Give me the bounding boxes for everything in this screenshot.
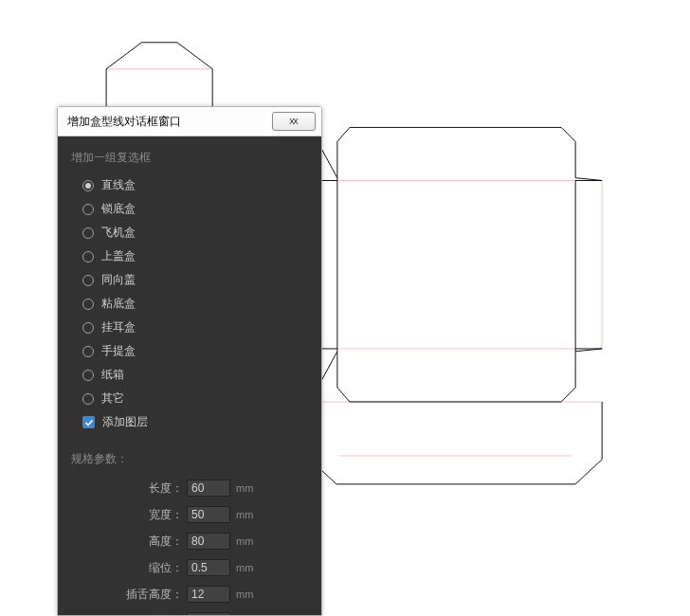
param-row-4: 插舌高度：mm [71, 581, 308, 607]
radio-label: 其它 [101, 390, 124, 407]
param-label: 长度： [71, 480, 187, 497]
box-type-radio-4[interactable]: 同向盖 [71, 268, 308, 292]
param-unit: mm [236, 509, 253, 520]
radio-icon [82, 180, 94, 191]
radio-icon [82, 251, 94, 263]
param-label: 宽度： [71, 507, 187, 523]
param-row-2: 高度：mm [71, 528, 308, 554]
close-button[interactable] [272, 112, 316, 131]
params-fields: 长度：mm宽度：mm高度：mm缩位：mm插舌高度：mm粘口宽度：mm [71, 475, 308, 615]
radio-icon [82, 322, 94, 334]
box-type-radio-3[interactable]: 上盖盒 [71, 245, 308, 268]
box-type-radio-2[interactable]: 飞机盒 [71, 221, 308, 245]
radio-label: 粘底盒 [101, 296, 136, 312]
param-input-4[interactable] [187, 586, 230, 603]
param-input-5[interactable] [187, 612, 230, 615]
box-type-radio-group: 直线盒锁底盒飞机盒上盖盒同向盖粘底盒挂耳盒手提盒纸箱其它 [71, 173, 308, 410]
param-unit: mm [236, 482, 253, 494]
radio-label: 飞机盒 [101, 225, 136, 241]
radio-label: 直线盒 [101, 177, 136, 193]
param-label: 高度： [71, 534, 187, 550]
radio-icon [82, 227, 94, 239]
add-layer-checkbox-row[interactable]: 添加图层 [71, 410, 308, 434]
param-input-2[interactable] [187, 533, 230, 550]
dialog-title: 增加盒型线对话框窗口 [67, 114, 272, 130]
box-type-radio-6[interactable]: 挂耳盒 [71, 316, 308, 339]
dialog-titlebar[interactable]: 增加盒型线对话框窗口 [58, 107, 321, 136]
param-row-0: 长度：mm [71, 475, 308, 501]
radio-icon [82, 393, 94, 405]
add-layer-label: 添加图层 [102, 414, 148, 430]
box-type-radio-1[interactable]: 锁底盒 [71, 197, 308, 221]
radio-icon [82, 299, 94, 310]
close-icon [286, 116, 301, 127]
param-unit: mm [236, 535, 253, 547]
box-type-radio-9[interactable]: 其它 [71, 387, 308, 410]
param-label: 粘口宽度： [71, 613, 187, 616]
radio-label: 锁底盒 [101, 201, 136, 217]
radio-icon [82, 346, 94, 357]
dialog-body: 增加一组复选框 直线盒锁底盒飞机盒上盖盒同向盖粘底盒挂耳盒手提盒纸箱其它 添加图… [58, 136, 321, 615]
radio-label: 同向盖 [101, 272, 136, 288]
radio-group-title: 增加一组复选框 [71, 150, 308, 166]
radio-icon [82, 370, 94, 381]
param-input-1[interactable] [187, 506, 230, 523]
param-row-5: 粘口宽度：mm [71, 607, 308, 615]
param-input-3[interactable] [187, 559, 230, 576]
add-box-dialog: 增加盒型线对话框窗口 增加一组复选框 直线盒锁底盒飞机盒上盖盒同向盖粘底盒挂耳盒… [57, 106, 322, 616]
box-type-radio-8[interactable]: 纸箱 [71, 363, 308, 387]
radio-icon [82, 275, 94, 286]
param-row-3: 缩位：mm [71, 554, 308, 581]
param-unit: mm [236, 562, 253, 573]
param-label: 插舌高度： [71, 587, 187, 603]
box-type-radio-7[interactable]: 手提盒 [71, 339, 308, 363]
box-type-radio-5[interactable]: 粘底盒 [71, 292, 308, 316]
radio-label: 上盖盒 [101, 248, 136, 264]
param-label: 缩位： [71, 560, 187, 576]
radio-label: 纸箱 [101, 367, 124, 383]
radio-label: 挂耳盒 [101, 319, 136, 335]
radio-label: 手提盒 [101, 343, 136, 359]
checkbox-icon [82, 416, 95, 428]
params-title: 规格参数： [71, 451, 308, 467]
box-type-radio-0[interactable]: 直线盒 [71, 173, 308, 197]
param-input-0[interactable] [187, 480, 230, 497]
radio-icon [82, 204, 94, 215]
param-unit: mm [236, 589, 253, 600]
param-row-1: 宽度：mm [71, 501, 308, 528]
